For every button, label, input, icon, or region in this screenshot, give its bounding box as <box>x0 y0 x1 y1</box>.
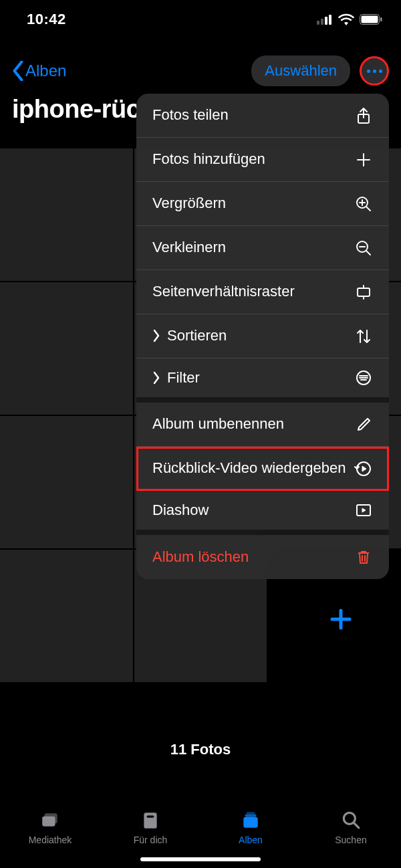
sort-icon <box>354 327 373 346</box>
zoom-out-icon <box>354 239 373 257</box>
nav-bar: Alben Auswählen <box>0 52 401 90</box>
menu-item-zoom-out[interactable]: Verkleinern <box>136 226 389 270</box>
zoom-in-icon <box>354 195 373 213</box>
add-button[interactable] <box>329 608 352 631</box>
menu-item-label: Fotos hinzufügen <box>152 141 265 177</box>
albums-icon <box>239 808 262 832</box>
tab-label: Für dich <box>134 835 168 845</box>
wifi-icon <box>338 13 354 25</box>
photo-thumbnail[interactable] <box>0 550 133 682</box>
menu-item-memory-play[interactable]: Rückblick-Video wiedergeben <box>136 447 389 491</box>
menu-item-label: Filter <box>167 360 200 396</box>
chevron-left-icon <box>12 61 24 81</box>
tab-label: Suchen <box>335 835 366 845</box>
chevron-right-icon <box>152 371 160 385</box>
share-icon <box>354 106 373 125</box>
pencil-icon <box>354 415 373 434</box>
menu-item-share[interactable]: Fotos teilen <box>136 94 389 138</box>
tab-search[interactable]: Suchen <box>301 808 401 845</box>
page-title: iphone-rüc <box>12 95 140 124</box>
photo-thumbnail[interactable] <box>0 282 133 415</box>
svg-rect-1 <box>321 19 323 25</box>
tab-label: Mediathek <box>29 835 72 845</box>
back-button[interactable]: Alben <box>12 61 66 81</box>
ellipsis-icon <box>367 70 382 73</box>
aspect-grid-icon <box>354 283 373 302</box>
chevron-right-icon <box>152 329 160 342</box>
library-icon <box>39 808 61 832</box>
tab-for-you[interactable]: Für dich <box>100 808 200 845</box>
menu-item-label: Rückblick-Video wiedergeben <box>152 450 346 486</box>
plus-icon <box>354 150 373 169</box>
cellular-icon <box>317 14 333 25</box>
menu-item-plus[interactable]: Fotos hinzufügen <box>136 138 389 182</box>
home-indicator[interactable] <box>140 857 261 861</box>
memory-play-icon <box>354 459 373 478</box>
menu-item-slideshow[interactable]: Diashow <box>136 491 389 535</box>
context-menu: Fotos teilenFotos hinzufügenVergrößernVe… <box>136 94 389 579</box>
menu-item-label: Album löschen <box>152 539 249 575</box>
menu-item-label: Sortieren <box>167 318 227 354</box>
search-icon <box>340 808 362 832</box>
menu-item-trash[interactable]: Album löschen <box>136 535 389 579</box>
svg-rect-5 <box>362 16 378 23</box>
menu-item-label: Album umbenennen <box>152 406 284 442</box>
menu-item-label: Diashow <box>152 492 209 528</box>
photo-thumbnail[interactable] <box>0 416 133 548</box>
select-button[interactable]: Auswählen <box>251 56 350 86</box>
photo-count: 11 Fotos <box>0 741 401 758</box>
filter-icon <box>354 368 373 387</box>
menu-item-label: Seitenverhältnisraster <box>152 274 295 310</box>
status-time: 10:42 <box>27 11 66 28</box>
back-label: Alben <box>25 62 66 80</box>
for-you-icon <box>139 808 162 832</box>
menu-item-zoom-in[interactable]: Vergrößern <box>136 182 389 226</box>
menu-item-sort[interactable]: Sortieren <box>136 314 389 358</box>
tab-library[interactable]: Mediathek <box>0 808 100 845</box>
menu-item-label: Fotos teilen <box>152 97 229 133</box>
svg-rect-0 <box>317 21 319 25</box>
plus-icon <box>329 608 352 631</box>
status-bar: 10:42 <box>0 0 401 39</box>
svg-rect-2 <box>325 17 327 25</box>
menu-item-aspect-grid[interactable]: Seitenverhältnisraster <box>136 270 389 314</box>
battery-icon <box>360 14 382 25</box>
menu-item-label: Verkleinern <box>152 229 226 265</box>
menu-item-filter[interactable]: Filter <box>136 358 389 403</box>
trash-icon <box>354 548 373 566</box>
status-indicators <box>317 13 382 25</box>
tab-label: Alben <box>239 835 263 845</box>
tab-albums[interactable]: Alben <box>200 808 301 845</box>
svg-rect-3 <box>329 15 331 25</box>
svg-rect-6 <box>380 17 382 21</box>
photo-thumbnail[interactable] <box>0 148 133 281</box>
more-options-button[interactable] <box>360 56 389 86</box>
menu-item-pencil[interactable]: Album umbenennen <box>136 403 389 447</box>
slideshow-icon <box>354 501 373 520</box>
menu-item-label: Vergrößern <box>152 185 226 221</box>
